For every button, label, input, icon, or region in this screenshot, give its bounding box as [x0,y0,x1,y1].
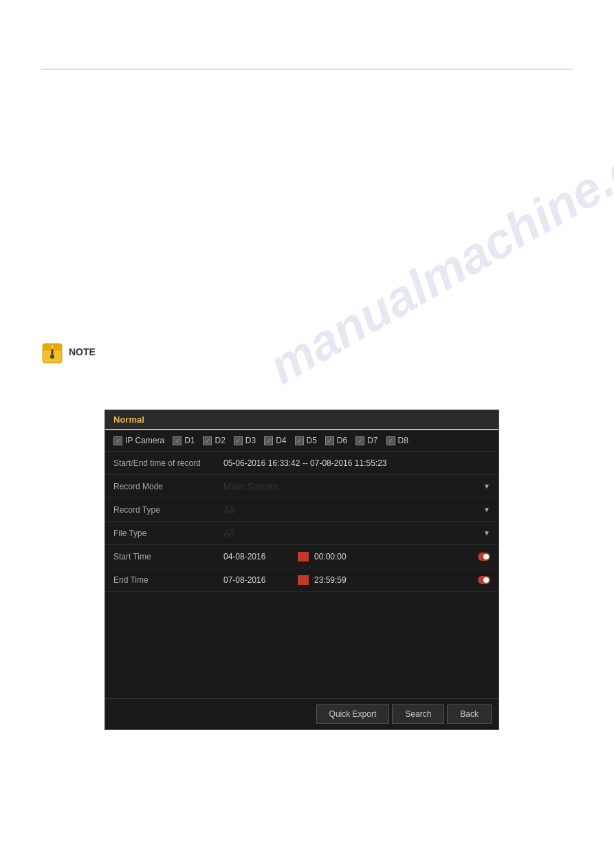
start-end-value: 05-06-2016 16:33:42 -- 07-08-2016 11:55:… [223,458,490,468]
record-mode-arrow: ▼ [483,482,490,490]
d7-label: D7 [367,436,377,445]
end-time-date[interactable]: 07-08-2016 [223,575,292,585]
dvr-title: Normal [113,414,144,425]
ip-camera-item[interactable]: IP Camera [113,436,164,445]
svg-point-2 [50,355,54,359]
d2-item[interactable]: D2 [203,436,225,445]
d6-item[interactable]: D6 [325,436,347,445]
file-type-row[interactable]: File Type All ▼ [105,522,498,545]
d6-label: D6 [337,436,347,445]
d8-label: D8 [398,436,408,445]
watermark: manualmachine.com [259,101,614,394]
record-type-row[interactable]: Record Type All ▼ [105,498,498,522]
end-date-icon[interactable] [298,575,309,585]
start-date-icon[interactable] [298,552,309,561]
end-time-time[interactable]: 23:59:59 [314,575,472,585]
svg-rect-3 [52,349,54,355]
d3-label: D3 [245,436,256,445]
start-time-toggle[interactable] [478,553,490,561]
d3-checkbox[interactable] [234,436,243,445]
record-mode-label: Record Mode [113,482,223,491]
d8-checkbox[interactable] [386,436,395,445]
end-time-toggle[interactable] [478,576,490,584]
ip-camera-checkbox[interactable] [113,436,122,445]
ip-camera-label: IP Camera [125,436,164,445]
start-time-time[interactable]: 00:00:00 [314,552,472,561]
end-time-label: End Time [113,575,223,585]
d5-checkbox[interactable] [295,436,304,445]
note-label: NOTE [69,346,96,357]
file-type-dropdown[interactable]: All ▼ [223,528,490,539]
camera-row: IP Camera D1 D2 D3 D4 D5 D6 D7 [105,430,498,452]
d1-label: D1 [184,436,195,445]
start-time-date[interactable]: 04-08-2016 [223,552,292,561]
d2-checkbox[interactable] [203,436,212,445]
d1-checkbox[interactable] [173,436,182,445]
file-type-arrow: ▼ [483,529,490,537]
d6-checkbox[interactable] [325,436,334,445]
back-button[interactable]: Back [447,704,492,724]
svg-text:i: i [52,344,53,350]
record-mode-row[interactable]: Record Mode Main Stream ▼ [105,475,498,498]
record-type-dropdown[interactable]: All ▼ [223,504,490,515]
record-type-label: Record Type [113,505,223,515]
start-end-row: Start/End time of record 05-06-2016 16:3… [105,452,498,475]
d7-item[interactable]: D7 [355,436,377,445]
dvr-panel: Normal IP Camera D1 D2 D3 D4 D5 D6 [105,410,499,730]
d1-item[interactable]: D1 [173,436,195,445]
start-end-label: Start/End time of record [113,458,223,468]
d8-item[interactable]: D8 [386,436,408,445]
end-time-row: End Time 07-08-2016 23:59:59 [105,568,498,592]
d4-item[interactable]: D4 [264,436,286,445]
record-type-arrow: ▼ [483,506,490,513]
start-time-label: Start Time [113,552,223,561]
bottom-bar: Quick Export Search Back [105,698,498,729]
d3-item[interactable]: D3 [234,436,256,445]
note-section: i NOTE [41,342,96,364]
d5-label: D5 [307,436,317,445]
file-type-label: File Type [113,528,223,538]
search-button[interactable]: Search [392,704,444,724]
dvr-title-bar: Normal [105,410,498,430]
start-time-row: Start Time 04-08-2016 00:00:00 [105,545,498,568]
quick-export-button[interactable]: Quick Export [316,704,390,724]
d5-item[interactable]: D5 [295,436,317,445]
d4-label: D4 [276,436,286,445]
top-divider [41,69,573,69]
d7-checkbox[interactable] [355,436,364,445]
record-mode-dropdown[interactable]: Main Stream ▼ [223,481,490,492]
d2-label: D2 [215,436,225,445]
empty-area [105,592,498,698]
d4-checkbox[interactable] [264,436,273,445]
file-type-value: All [223,528,234,539]
record-type-value: All [223,504,234,515]
record-mode-value: Main Stream [223,481,278,492]
note-icon: i [41,342,63,364]
